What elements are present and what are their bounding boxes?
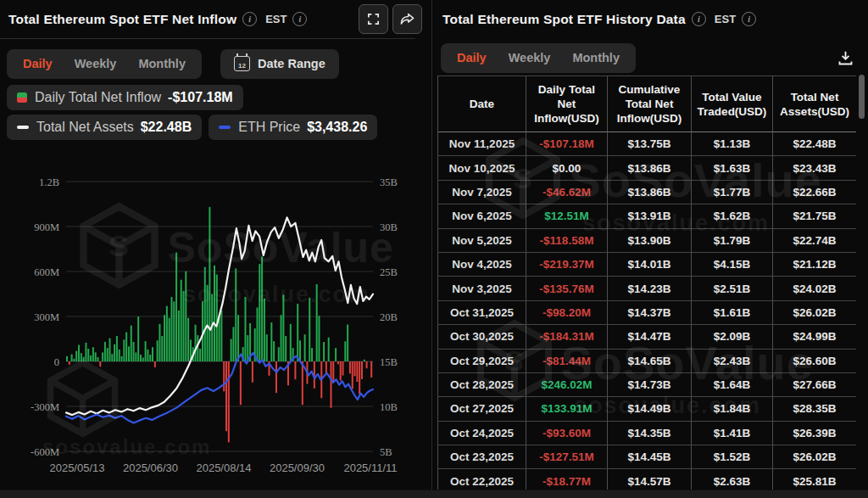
table-scrollbar[interactable] [859,75,865,119]
download-button[interactable] [837,49,854,67]
inflow-bar [244,297,246,361]
inflow-bar [107,348,108,361]
inflow-bar [256,307,258,361]
x-axis-tick: 2025/09/30 [270,462,325,474]
fullscreen-button[interactable] [359,4,388,34]
legend-item-daily-inflow[interactable]: Daily Total Net Inflow -$107.18M [7,85,243,110]
table-value-cell: $1.79B [692,229,773,253]
tab-monthly[interactable]: Monthly [561,43,631,73]
table-value-cell: $14.49B [608,397,692,421]
y-axis-right-tick: 35B [380,176,398,188]
table-value-cell: $12.51M [526,204,608,228]
table-date-cell: Nov 7,2025 [438,181,526,204]
tab-daily[interactable]: Daily [446,43,498,73]
inflow-bar [297,304,298,361]
table-value-cell: $14.47B [608,325,692,349]
table-value-cell: $13.91B [608,204,692,228]
table-date-cell: Nov 6,2025 [438,204,526,228]
inflow-bar [197,335,198,361]
inflow-bar [323,342,325,361]
table-value-cell: $24.99B [773,325,856,349]
inflow-bar [149,355,151,361]
tab-weekly[interactable]: Weekly [64,49,128,79]
legend-item-net-assets[interactable]: Total Net Assets $22.48B [7,115,202,140]
table-value-cell: -$219.37M [526,253,608,277]
net-inflow-chart-panel: Total Ethereum Spot ETF Net Inflow i EST… [0,0,431,498]
inflow-bar [147,350,148,361]
table-value-cell: $26.60B [773,350,856,373]
inflow-bar [273,341,275,361]
y-axis-left-tick: 300M [34,311,59,323]
inflow-bar [116,336,118,361]
inflow-bar [247,335,248,361]
inflow-bar [337,361,339,364]
download-icon [837,49,854,67]
tab-weekly[interactable]: Weekly [498,43,562,73]
inflow-bar [187,318,189,361]
y-axis-right-tick: 30B [380,221,398,233]
info-icon[interactable]: i [742,12,756,26]
date-range-button[interactable]: 12 Date Range [220,49,339,79]
inflow-bar [125,333,127,361]
inflow-bar [270,322,272,361]
inflow-bar [69,361,70,365]
inflow-bar [204,267,206,361]
inflow-bar [209,207,210,361]
share-icon [399,11,415,27]
table-header-cell: Cumulative Total Net Inflow(USD) [608,76,692,132]
table-value-cell: -$127.51M [526,445,608,469]
info-icon[interactable]: i [292,12,307,26]
inflow-bar [330,361,331,408]
inflow-bar [199,349,201,361]
table-value-cell: $4.15B [692,253,773,277]
info-icon[interactable]: i [242,12,257,26]
inflow-bar [83,357,85,361]
tab-daily[interactable]: Daily [12,49,64,79]
table-value-cell: $1.52B [692,445,773,469]
table-value-cell: $14.45B [608,445,692,469]
legend-label: Daily Total Net Inflow [35,90,161,105]
table-date-cell: Nov 4,2025 [438,253,526,277]
inflow-bar [240,361,242,405]
tab-monthly[interactable]: Monthly [127,49,197,79]
calendar-icon: 12 [234,56,250,71]
inflow-bar [220,311,222,361]
inflow-bar [237,315,239,361]
inflow-bar [285,336,287,361]
legend-value: -$107.18M [168,90,233,105]
y-axis-left-tick: 1.2B [39,176,59,188]
inflow-bar [73,359,75,361]
inflow-bar [121,356,123,361]
table-value-cell: $14.37B [608,301,692,325]
share-button[interactable] [392,4,422,34]
period-tabs: DailyWeeklyMonthly [7,49,202,79]
inflow-bar [370,361,372,378]
chart-canvas[interactable]: 1.2B35B900M30B600M25B300M20B015B-300M10B… [0,154,428,490]
info-icon[interactable]: i [692,12,706,26]
table-value-cell: -$107.18M [526,132,608,156]
inflow-bar [175,253,177,361]
inflow-bar [335,348,337,361]
table-value-cell: $28.35B [773,397,856,421]
inflow-bar [356,361,358,382]
table-value-cell: $21.75B [773,204,856,228]
inflow-chart[interactable]: S SoSoValue sosovalue.com sosovalue.com … [0,154,431,490]
x-axis-tick: 2025/06/30 [123,462,178,474]
table-value-cell: $26.39B [773,422,856,445]
left-panel-title: Total Ethereum Spot ETF Net Inflow [8,12,236,27]
table-value-cell: $14.35B [608,422,692,445]
table-header-cell: Date [438,76,526,132]
etf-dashboard: Total Ethereum Spot ETF Net Inflow i EST… [0,0,868,498]
period-tabs: DailyWeeklyMonthly [441,43,636,73]
inflow-bar [173,301,175,361]
table-value-cell: $1.41B [692,422,773,445]
green-red-bar-marker-icon [17,92,27,103]
inflow-bar [71,355,73,361]
table-value-cell: $14.01B [608,253,692,277]
inflow-bar [140,355,142,361]
inflow-bar [133,342,135,361]
legend-item-eth-price[interactable]: ETH Price $3,438.26 [209,115,377,140]
inflow-bar [95,352,97,361]
inflow-bar [137,316,139,361]
inflow-bar [299,340,301,361]
